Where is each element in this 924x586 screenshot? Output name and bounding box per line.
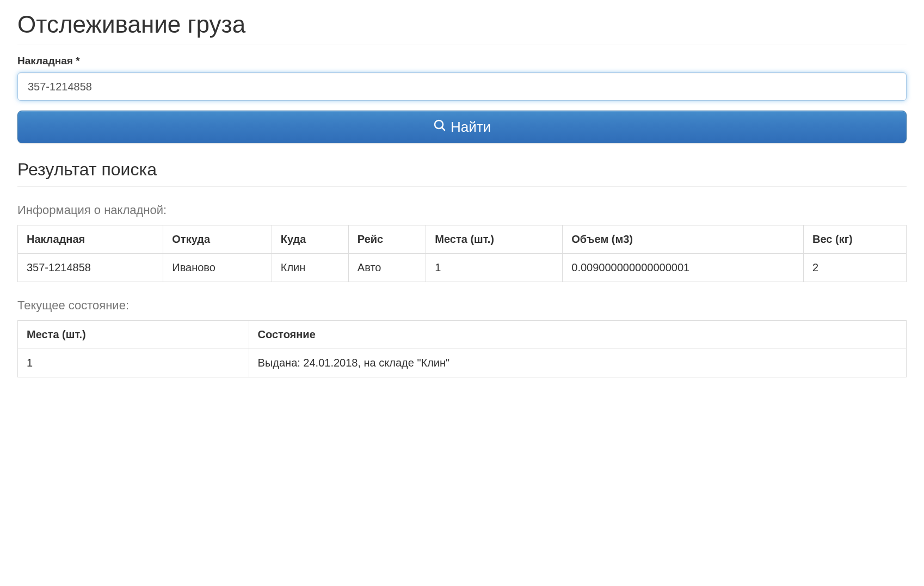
search-button-label: Найти <box>451 119 491 136</box>
status-heading: Текущее состояние: <box>17 298 907 313</box>
info-table-header-row: Накладная Откуда Куда Рейс Места (шт.) О… <box>18 225 907 254</box>
info-th-to: Куда <box>272 225 348 254</box>
info-th-volume: Объем (м3) <box>563 225 804 254</box>
waybill-form-group: Накладная * <box>17 55 907 101</box>
info-td-volume: 0.009000000000000001 <box>563 254 804 282</box>
page-title: Отслеживание груза <box>17 11 907 45</box>
info-th-from: Откуда <box>163 225 272 254</box>
search-icon <box>433 119 451 136</box>
info-th-places: Места (шт.) <box>426 225 563 254</box>
info-table: Накладная Откуда Куда Рейс Места (шт.) О… <box>17 225 907 282</box>
info-td-from: Иваново <box>163 254 272 282</box>
info-td-trip: Авто <box>348 254 426 282</box>
waybill-input[interactable] <box>17 72 907 101</box>
info-td-places: 1 <box>426 254 563 282</box>
info-table-row: 357-1214858 Иваново Клин Авто 1 0.009000… <box>18 254 907 282</box>
info-th-trip: Рейс <box>348 225 426 254</box>
info-th-weight: Вес (кг) <box>804 225 907 254</box>
status-td-state: Выдана: 24.01.2018, на складе "Клин" <box>249 349 906 377</box>
svg-line-1 <box>442 127 445 130</box>
status-table-header-row: Места (шт.) Состояние <box>18 321 907 349</box>
status-table: Места (шт.) Состояние 1 Выдана: 24.01.20… <box>17 320 907 377</box>
status-th-places: Места (шт.) <box>18 321 249 349</box>
status-td-places: 1 <box>18 349 249 377</box>
status-table-row: 1 Выдана: 24.01.2018, на складе "Клин" <box>18 349 907 377</box>
info-th-waybill: Накладная <box>18 225 163 254</box>
status-th-state: Состояние <box>249 321 906 349</box>
results-heading: Результат поиска <box>17 160 907 187</box>
waybill-label: Накладная * <box>17 55 907 67</box>
info-td-to: Клин <box>272 254 348 282</box>
info-heading: Информация о накладной: <box>17 203 907 217</box>
search-button[interactable]: Найти <box>17 111 907 143</box>
info-td-weight: 2 <box>804 254 907 282</box>
info-td-waybill: 357-1214858 <box>18 254 163 282</box>
